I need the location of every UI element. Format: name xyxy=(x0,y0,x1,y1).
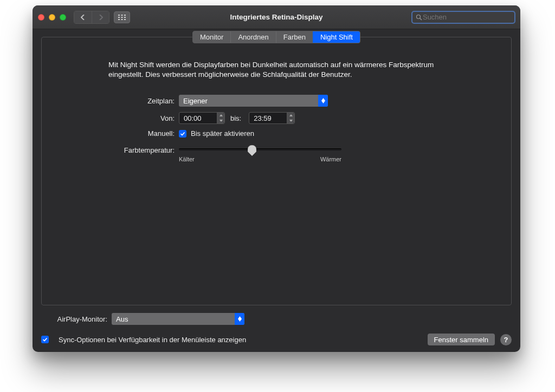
svg-rect-4 xyxy=(121,17,123,18)
sync-options-checkbox[interactable] xyxy=(41,336,49,343)
search-field-wrap[interactable] xyxy=(412,11,515,23)
minimize-window-button[interactable] xyxy=(49,14,55,21)
manual-checkbox[interactable] xyxy=(179,130,186,138)
airplay-select[interactable]: Aus xyxy=(112,313,244,325)
from-time-stepper[interactable] xyxy=(217,113,224,123)
airplay-label: AirPlay-Monitor: xyxy=(41,315,112,323)
svg-rect-2 xyxy=(124,15,126,16)
search-input[interactable] xyxy=(423,13,511,21)
schedule-value: Eigener xyxy=(183,97,208,105)
night-shift-description: Mit Night Shift werden die Displayfarben… xyxy=(108,60,444,80)
schedule-label: Zeitplan: xyxy=(108,97,179,105)
up-down-icon xyxy=(318,95,328,107)
search-icon xyxy=(416,14,423,21)
traffic-lights xyxy=(38,14,66,21)
svg-point-9 xyxy=(417,15,421,18)
from-label: Von: xyxy=(108,114,179,122)
preferences-window: Integriertes Retina-Display Monitor Anor… xyxy=(33,5,520,352)
slider-min-label: Kälter xyxy=(179,156,195,162)
back-button[interactable] xyxy=(74,11,92,23)
stepper-up-icon xyxy=(287,113,294,118)
tab-monitor[interactable]: Monitor xyxy=(193,31,230,43)
svg-line-10 xyxy=(420,18,422,20)
to-time-stepper[interactable] xyxy=(287,113,294,123)
svg-rect-3 xyxy=(118,17,120,18)
stepper-up-icon xyxy=(217,113,224,118)
up-down-icon xyxy=(235,313,244,325)
sync-options-label: Sync-Optionen bei Verfügbarkeit in der M… xyxy=(59,336,246,344)
manual-label: Manuell: xyxy=(108,129,179,138)
content-panel: Monitor Anordnen Farben Night Shift Mit … xyxy=(41,37,512,305)
from-time-field[interactable]: 00:00 xyxy=(179,112,225,124)
tab-arrange[interactable]: Anordnen xyxy=(230,31,275,43)
stepper-down-icon xyxy=(217,118,224,123)
svg-rect-1 xyxy=(121,15,123,16)
show-all-button[interactable] xyxy=(114,11,130,23)
tab-color[interactable]: Farben xyxy=(276,31,313,43)
temperature-label: Farbtemperatur: xyxy=(108,143,179,154)
temperature-slider[interactable] xyxy=(179,148,341,151)
svg-rect-7 xyxy=(121,19,123,20)
zoom-window-button[interactable] xyxy=(60,14,66,21)
help-button[interactable]: ? xyxy=(500,334,512,345)
manual-checkbox-label: Bis später aktivieren xyxy=(191,129,254,138)
gather-windows-button[interactable]: Fenster sammeln xyxy=(428,334,495,345)
svg-rect-5 xyxy=(124,17,126,18)
stepper-down-icon xyxy=(287,118,294,123)
to-time-value: 23:59 xyxy=(254,114,272,122)
airplay-value: Aus xyxy=(116,315,128,323)
to-time-field[interactable]: 23:59 xyxy=(249,112,295,124)
schedule-select[interactable]: Eigener xyxy=(179,95,328,107)
svg-rect-6 xyxy=(118,19,120,20)
slider-thumb[interactable] xyxy=(248,145,256,158)
window-body: Monitor Anordnen Farben Night Shift Mit … xyxy=(33,29,520,352)
svg-rect-0 xyxy=(118,15,120,16)
from-time-value: 00:00 xyxy=(184,114,202,122)
svg-rect-8 xyxy=(124,19,126,20)
close-window-button[interactable] xyxy=(38,14,44,21)
forward-button[interactable] xyxy=(92,11,109,23)
nav-segmented xyxy=(74,11,109,24)
tab-bar: Monitor Anordnen Farben Night Shift xyxy=(192,31,360,43)
titlebar: Integriertes Retina-Display xyxy=(33,5,520,29)
tab-night-shift[interactable]: Night Shift xyxy=(313,31,360,43)
slider-max-label: Wärmer xyxy=(320,156,341,162)
to-label: bis: xyxy=(230,114,243,122)
